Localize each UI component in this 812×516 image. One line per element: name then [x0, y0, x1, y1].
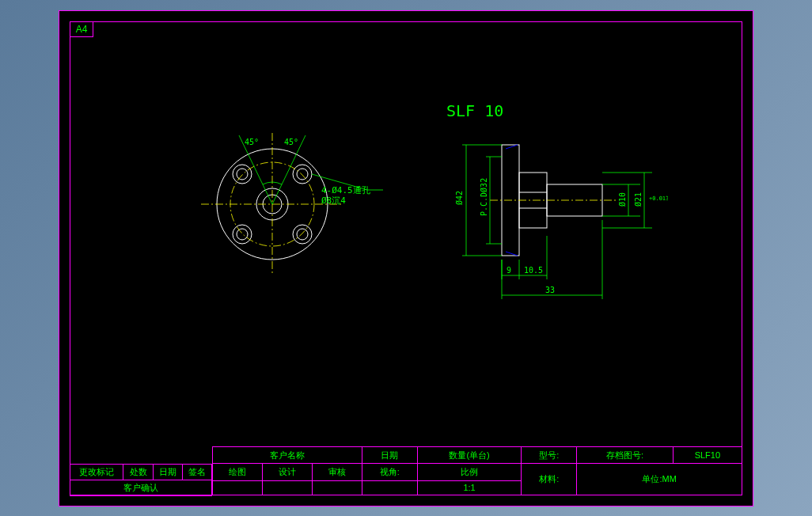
tb-material: 材料: — [522, 464, 577, 495]
part-title: SLF 10 — [446, 101, 503, 120]
dim-l9: 9 — [507, 266, 511, 275]
dim-l33: 33 — [545, 286, 555, 294]
tb-confirm: 客户确认 — [70, 480, 212, 496]
tb-qty: 数量(单台) — [417, 447, 521, 464]
tb-sign: 签名 — [182, 465, 211, 480]
svg-point-3 — [293, 165, 312, 184]
dim-l10-5: 10.5 — [524, 266, 543, 275]
tb-count: 处数 — [123, 465, 153, 480]
svg-line-25 — [506, 252, 518, 256]
svg-point-9 — [233, 225, 252, 244]
side-view: Ø42 P.C.DØ32 Ø10 Ø21 +0.013/-0.013 9 10.… — [399, 121, 668, 303]
tb-date-h: 日期 — [362, 447, 417, 464]
svg-point-4 — [297, 169, 308, 180]
tb-archive-val: SLF10 — [673, 447, 742, 464]
tb-model: 型号: — [522, 447, 577, 464]
dim-cbore: Ø8沉4 — [321, 195, 346, 207]
tb-scale: 比例 — [417, 464, 521, 480]
tb-design: 设计 — [262, 464, 312, 480]
dim-angle2: 45° — [284, 138, 298, 146]
dim-tol: +0.013/-0.013 — [649, 195, 668, 202]
tb-draw: 绘图 — [213, 464, 263, 480]
sheet-format-label: A4 — [70, 21, 93, 37]
svg-point-7 — [293, 225, 312, 244]
svg-point-6 — [237, 169, 248, 180]
tb-date: 日期 — [153, 465, 182, 480]
tb-changemark: 更改标记 — [70, 465, 123, 480]
cad-drawing-area: A4 SLF 10 45° — [59, 10, 753, 507]
tb-unit: 单位:MM — [577, 464, 742, 495]
dim-pcd: P.C.DØ32 — [480, 178, 488, 216]
tb-check: 审核 — [312, 464, 362, 480]
dim-angle1: 45° — [245, 138, 259, 146]
svg-point-5 — [233, 165, 252, 184]
tb-view: 视角: — [362, 464, 417, 480]
svg-line-24 — [506, 145, 518, 149]
title-block: 更改标记 处数 日期 签名 客户确认 客户名称 日期 数量(单台) 型号: 存档 — [70, 431, 742, 495]
svg-point-10 — [237, 229, 248, 240]
dim-d10: Ø10 — [618, 192, 627, 207]
svg-point-8 — [297, 229, 308, 240]
tb-customer: 客户名称 — [213, 447, 362, 464]
tb-scale-val: 1:1 — [417, 480, 521, 495]
dim-d21: Ø21 — [634, 192, 643, 207]
tb-archive: 存档图号: — [577, 447, 673, 464]
dim-d42: Ø42 — [455, 191, 464, 205]
